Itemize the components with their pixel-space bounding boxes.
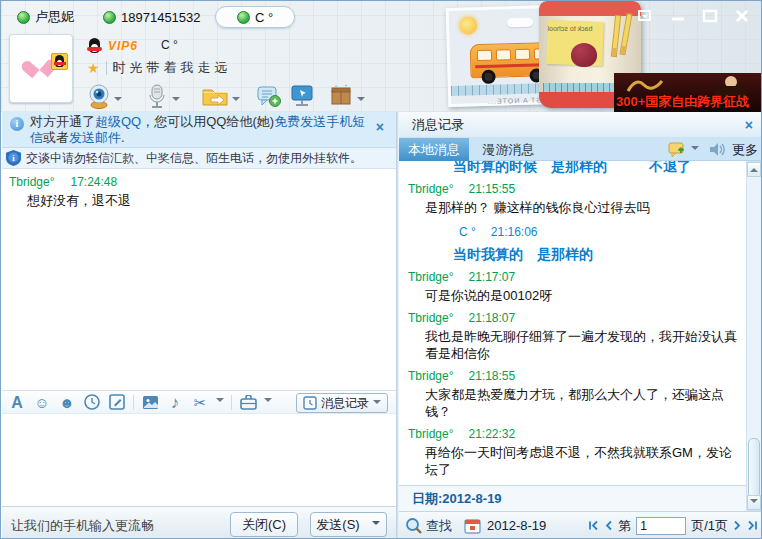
music-share-button[interactable]: ♪ [166,393,184,411]
history-scrollbar[interactable] [746,161,762,511]
chat-tab-label: 18971451532 [121,10,201,25]
screenshot-button[interactable]: ✂ [191,393,209,411]
vip-badge[interactable]: VIP6 [108,39,138,53]
send-options-button[interactable] [365,512,387,537]
scroll-up-button[interactable] [747,162,761,177]
contact-signature: 时光带着我走远 [113,59,232,77]
create-group-button[interactable] [255,82,282,109]
tab-local-messages[interactable]: 本地消息 [399,138,469,161]
notice-plain-text: 对方开通了 [30,114,95,129]
export-message-icon[interactable] [668,141,687,158]
window-header: JUST A NOTE... back to school 300+国家自由跨界… [1,1,762,112]
page-number-input[interactable] [636,517,686,535]
history-sender-line: Tbridge°21:22:32 [408,427,746,441]
webcam-icon [86,83,112,109]
toolbox-icon [240,395,257,410]
edit-pencil-icon [109,394,125,410]
qq-penguin-icon[interactable] [87,38,102,55]
history-sender-line: Tbridge°21:15:55 [408,182,746,196]
prev-page-button[interactable] [604,520,613,531]
history-clock-icon [303,396,317,410]
file-dropdown-icon[interactable] [232,97,240,105]
history-message-text: 我也是昨晚无聊仔细算了一遍才发现的，我开始没认真看是相信你 [425,328,743,362]
notice-link[interactable]: 超级QQ [95,114,141,129]
notice-close-button[interactable]: × [376,120,384,134]
chat-message-view: Tbridge°17:24:48想好没有，退不退 [2,169,396,390]
chat-message-text: 想好没有，退不退 [27,192,388,210]
close-window-button[interactable] [729,7,755,25]
remote-assist-button[interactable] [289,82,316,109]
magnifier-icon[interactable] [405,517,423,535]
heart-art [27,52,50,73]
export-dropdown-icon[interactable] [691,146,699,154]
screenshot-dropdown-icon[interactable] [216,398,224,406]
ad-banner[interactable]: 300+国家自由跨界征战 [614,73,762,112]
favorite-star-icon[interactable]: ★ [87,61,100,75]
editor-toolbar: A ☺ ☻ ♪ ✂ [2,390,396,414]
history-search-bar: 查找 2012-8-19 第 页/1页 [399,511,762,539]
contact-name: C ° [161,38,178,52]
chat-sender-line: Tbridge°17:24:48 [9,175,396,189]
history-sender-line: C °21:16:06 [459,225,746,239]
apple-art [571,43,597,67]
voice-call-button[interactable] [143,82,170,109]
scroll-down-button[interactable] [747,495,761,510]
message-time: 21:22:32 [469,427,516,441]
video-dropdown-icon[interactable] [114,97,122,105]
close-icon [734,9,750,23]
shield-info-icon: i [6,150,21,166]
close-chat-button[interactable]: 关闭(C) [230,512,298,537]
history-sender-line: Tbridge°21:17:07 [408,270,746,284]
emoticon-button[interactable]: ☺ [33,393,51,411]
scrollbar-thumb[interactable] [748,438,760,498]
sender-name: C ° [459,225,476,239]
search-date[interactable]: 2012-8-19 [487,518,546,533]
notice-link[interactable]: 发送邮件 [69,130,121,145]
history-panel-title: 消息记录 [412,117,464,132]
message-time: 17:24:48 [71,175,118,189]
speaker-icon[interactable] [709,142,726,157]
sender-name: Tbridge° [408,427,454,441]
font-style-button[interactable]: A [8,393,26,411]
handwrite-button[interactable] [108,393,126,411]
message-time: 21:18:07 [469,311,516,325]
calendar-icon[interactable] [464,518,481,534]
promo-link[interactable]: 让我们的手机输入更流畅 [11,517,154,535]
magic-expression-button[interactable] [83,393,101,411]
minimize-button[interactable] [665,7,691,25]
more-button[interactable]: 更多 [732,141,758,159]
apps-dropdown-icon[interactable] [357,97,365,105]
message-history-button[interactable]: 消息记录 [296,393,388,413]
history-tabs: 本地消息 漫游消息 更多 [399,138,762,161]
last-page-button[interactable] [747,520,758,531]
chat-tab-active[interactable]: C ° [215,6,295,28]
find-button[interactable]: 查找 [426,517,452,535]
sun-art [459,16,477,34]
chat-tab-2[interactable]: 18971451532 [103,6,201,28]
maximize-button[interactable] [697,7,723,25]
super-qq-notice: i 对方开通了超级QQ，您可以用QQ给他(她)免费发送手机短信或者发送邮件. × [2,112,396,148]
history-close-button[interactable]: × [745,118,753,132]
message-time: 21:17:07 [469,270,516,284]
toolbox-button[interactable] [239,393,257,411]
date-divider: 日期:2012-8-19 [399,485,746,511]
send-file-button[interactable] [201,82,228,109]
change-skin-button[interactable] [633,7,659,25]
history-sender-line: Tbridge°21:18:55 [408,369,746,383]
send-button[interactable]: 发送(S) [310,512,366,537]
history-dropdown-icon[interactable] [373,400,381,408]
toolbox-dropdown-icon[interactable] [264,398,272,406]
super-emoticon-button[interactable]: ☻ [58,393,76,411]
tab-roaming-messages[interactable]: 漫游消息 [473,138,543,161]
chat-tab-1[interactable]: 卢思妮 [17,6,74,28]
next-page-button[interactable] [733,520,742,531]
message-time: 21:15:55 [469,182,516,196]
skin-can-caption: back to school [545,25,595,32]
video-call-button[interactable] [85,82,112,109]
send-image-button[interactable] [141,393,159,411]
message-input-area[interactable] [2,415,396,506]
apps-button[interactable] [327,82,354,109]
voice-dropdown-icon[interactable] [172,97,180,105]
remote-desktop-icon [289,83,316,109]
first-page-button[interactable] [588,520,599,531]
